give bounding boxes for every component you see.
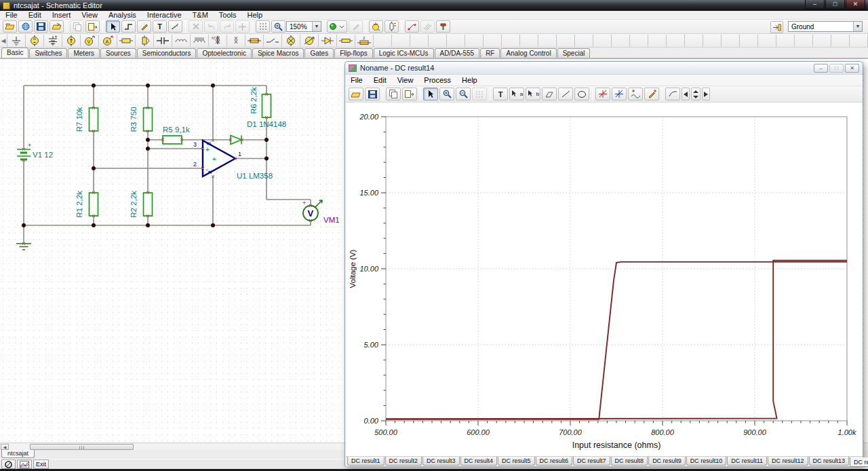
menu-tools[interactable]: Tools <box>214 11 242 20</box>
component-fuse[interactable] <box>245 35 264 47</box>
menu-help[interactable]: Help <box>242 11 269 20</box>
paste-button[interactable] <box>85 20 100 33</box>
resistor-r7[interactable] <box>90 108 98 131</box>
result-tab-dc-result9[interactable]: DC result9 <box>648 457 686 466</box>
menu-insert[interactable]: Insert <box>47 11 77 20</box>
component-tab-basic[interactable]: Basic <box>1 48 28 58</box>
result-menu-process[interactable]: Process <box>418 76 456 85</box>
wire-tool[interactable] <box>121 20 136 33</box>
resistor-r5[interactable] <box>163 136 182 144</box>
minimize-button[interactable]: – <box>805 0 825 10</box>
move-button[interactable] <box>235 20 250 33</box>
schematic-window-button[interactable] <box>1 459 16 469</box>
result-tab-dc-result6[interactable]: DC result6 <box>536 457 573 466</box>
x-cursor-b-tool[interactable] <box>612 88 627 100</box>
trace-rising-sweep[interactable] <box>386 262 847 419</box>
result-paste-button[interactable] <box>402 88 417 100</box>
next-page-button[interactable] <box>702 88 710 100</box>
result-open-button[interactable] <box>349 88 363 100</box>
dc-transfer-plot[interactable]: 500.00600.00700.00800.00900.001.00k0.005… <box>346 102 863 456</box>
probe-pen-tool[interactable] <box>349 20 363 33</box>
component-current-source[interactable] <box>62 35 81 47</box>
signal-analyzer-button[interactable] <box>420 20 435 33</box>
result-tab-dc-result2[interactable]: DC result2 <box>385 457 422 466</box>
component-tab-special[interactable]: Special <box>557 48 591 58</box>
resistor-r6[interactable] <box>262 94 271 117</box>
component-tab-logic-ics-mcus[interactable]: Logic ICs-MCUs <box>374 48 434 58</box>
component-current-meter[interactable]: A <box>99 35 117 47</box>
ellipse-tool[interactable] <box>574 88 589 100</box>
scroll-left-arrow[interactable]: ◀ <box>1 444 9 450</box>
component-potentiometer[interactable] <box>136 35 154 47</box>
result-tab-dc-result3[interactable]: DC result3 <box>422 457 460 466</box>
save-button[interactable] <box>34 20 48 33</box>
menu-interactive[interactable]: Interactive <box>142 11 187 20</box>
trace-falling-sweep[interactable] <box>386 261 847 419</box>
menu-file[interactable]: File <box>0 11 23 20</box>
result-menu-file[interactable]: File <box>345 76 368 85</box>
result-tab-dc-result5[interactable]: DC result5 <box>498 457 535 466</box>
result-zoom-out-tool[interactable] <box>456 88 471 100</box>
select-tool[interactable] <box>106 20 120 33</box>
component-labels[interactable]: V1 12 R7 10k R3 750 R1 2,2k R2 2,2k R5 9… <box>33 87 340 224</box>
last-component-button[interactable] <box>770 21 783 33</box>
component-tab-semiconductors[interactable]: Semiconductors <box>137 48 197 58</box>
result-maximize-button[interactable]: □ <box>829 64 844 73</box>
result-tab-dc-result12[interactable]: DC result12 <box>768 457 808 466</box>
redo-button[interactable] <box>220 20 234 33</box>
open-folder-button[interactable] <box>50 20 64 33</box>
component-tab-gates[interactable]: Gates <box>304 48 334 58</box>
result-tab-dc-result10[interactable]: DC result10 <box>686 457 727 466</box>
scrollbar-thumb[interactable] <box>30 444 134 450</box>
page-spinner[interactable] <box>691 88 701 100</box>
result-close-button[interactable]: ✕ <box>845 64 859 73</box>
component-tab-flip-flops[interactable]: Flip-flops <box>334 48 373 58</box>
interactive-mode-button[interactable] <box>327 20 347 33</box>
erc-hammer-button[interactable] <box>436 20 450 33</box>
line-tool[interactable] <box>558 88 573 100</box>
component-transformer[interactable]: M <box>209 35 227 47</box>
result-copy-button[interactable] <box>386 88 401 100</box>
dc-analysis-button[interactable] <box>369 20 383 33</box>
maximize-button[interactable]: □ <box>825 0 845 10</box>
menu-edit[interactable]: Edit <box>23 11 47 20</box>
component-tab-analog-control[interactable]: Analog Control <box>500 48 556 58</box>
component-battery[interactable] <box>44 35 62 47</box>
grid-toggle[interactable] <box>256 20 270 33</box>
annotation-tool[interactable] <box>542 88 557 100</box>
pen-tool[interactable] <box>137 20 151 33</box>
component-inductor[interactable] <box>172 35 191 47</box>
component-voltage-source[interactable] <box>26 35 44 47</box>
component-tab-switches[interactable]: Switches <box>29 48 67 58</box>
scroll-left-icon[interactable]: ◀ <box>0 35 7 47</box>
result-select-tool[interactable] <box>423 88 438 100</box>
component-tab-sources[interactable]: Sources <box>100 48 136 58</box>
delete-button[interactable] <box>189 20 203 33</box>
result-tab-dc-result11[interactable]: DC result11 <box>727 457 767 466</box>
ground-symbol[interactable] <box>16 244 31 250</box>
document-tab[interactable]: ntcsajat <box>1 450 35 458</box>
x-cursor-a-tool[interactable] <box>595 88 610 100</box>
diode-d1[interactable] <box>231 136 241 145</box>
diagram-window-button[interactable] <box>17 459 32 469</box>
prev-page-button[interactable] <box>682 88 690 100</box>
result-zoom-in-tool[interactable] <box>439 88 454 100</box>
arc-tool[interactable] <box>665 88 680 100</box>
add-pen-button[interactable] <box>644 88 659 100</box>
close-button[interactable]: ✕ <box>846 0 865 10</box>
cursor-b-tool[interactable]: b <box>526 88 540 100</box>
component-switch[interactable] <box>264 35 282 47</box>
component-tab-optoelectronic[interactable]: Optoelectronic <box>197 48 251 58</box>
component-tab-meters[interactable]: Meters <box>68 48 100 58</box>
component-ground[interactable] <box>7 35 26 47</box>
result-menu-help[interactable]: Help <box>456 76 483 85</box>
resistor-r2[interactable] <box>144 193 153 216</box>
result-tab-dc-result7[interactable]: DC result7 <box>573 457 610 466</box>
result-text-tool[interactable]: T <box>493 88 508 100</box>
component-tab-spice-macros[interactable]: Spice Macros <box>252 48 304 58</box>
component-resistor[interactable] <box>117 35 136 47</box>
dc-result-window[interactable]: Noname - DC result14 – □ ✕ FileEditViewP… <box>344 61 863 466</box>
measure-tool[interactable] <box>168 20 182 33</box>
undo-button[interactable] <box>204 20 218 33</box>
voltmeter-vm1[interactable]: V + <box>302 200 322 221</box>
